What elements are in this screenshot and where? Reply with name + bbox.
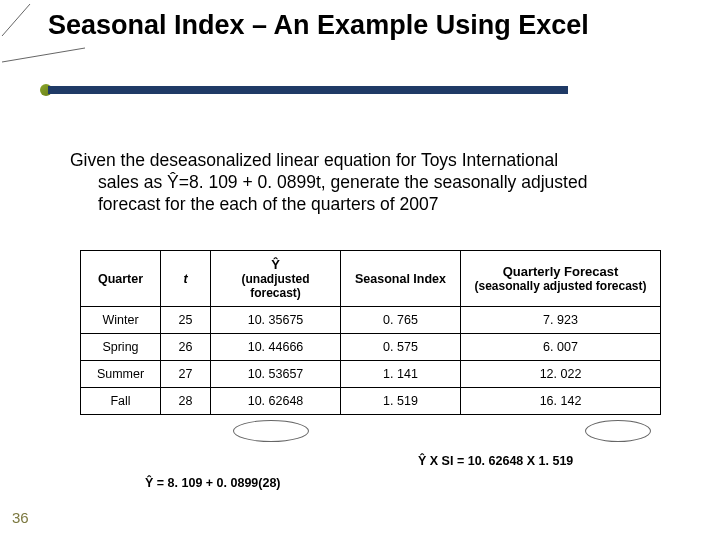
header-t-text: t xyxy=(183,272,187,286)
cell-t: 25 xyxy=(161,307,211,334)
cell-yhat: 10. 35675 xyxy=(211,307,341,334)
cell-si: 1. 519 xyxy=(341,388,461,415)
annotation-equation-yhat: Ŷ = 8. 109 + 0. 0899(28) xyxy=(145,476,281,490)
table-row: Summer 27 10. 53657 1. 141 12. 022 xyxy=(81,361,661,388)
cell-quarter: Winter xyxy=(81,307,161,334)
header-yhat-symbol: Ŷ xyxy=(215,257,336,272)
body-line-3: forecast for the each of the quarters of… xyxy=(98,194,680,216)
cell-yhat: 10. 62648 xyxy=(211,388,341,415)
cell-qf: 16. 142 xyxy=(461,388,661,415)
forecast-table-wrap: Quarter t Ŷ (unadjusted forecast) Season… xyxy=(80,250,660,415)
cell-qf: 12. 022 xyxy=(461,361,661,388)
cell-quarter: Spring xyxy=(81,334,161,361)
cell-yhat: 10. 53657 xyxy=(211,361,341,388)
cell-qf: 7. 923 xyxy=(461,307,661,334)
cell-si: 0. 765 xyxy=(341,307,461,334)
cell-yhat: 10. 44666 xyxy=(211,334,341,361)
slide-number: 36 xyxy=(12,509,29,526)
header-yhat-sub: (unadjusted forecast) xyxy=(215,272,336,300)
header-qf-top: Quarterly Forecast xyxy=(465,264,656,279)
body-paragraph: Given the deseasonalized linear equation… xyxy=(70,150,680,216)
cell-si: 0. 575 xyxy=(341,334,461,361)
title-underline xyxy=(48,86,568,94)
slide: Seasonal Index – An Example Using Excel … xyxy=(0,0,720,540)
body-line-2: sales as Ŷ=8. 109 + 0. 0899t, generate t… xyxy=(98,172,680,194)
header-t: t xyxy=(161,251,211,307)
callout-tail-icon xyxy=(0,44,720,72)
table-row: Fall 28 10. 62648 1. 519 16. 142 xyxy=(81,388,661,415)
header-qf-sub: (seasonally adjusted forecast) xyxy=(465,279,656,293)
table-row: Winter 25 10. 35675 0. 765 7. 923 xyxy=(81,307,661,334)
header-yhat: Ŷ (unadjusted forecast) xyxy=(211,251,341,307)
callout-oval-yhat xyxy=(233,420,309,442)
forecast-table: Quarter t Ŷ (unadjusted forecast) Season… xyxy=(80,250,661,415)
slide-title: Seasonal Index – An Example Using Excel xyxy=(48,10,668,41)
body-line-1: Given the deseasonalized linear equation… xyxy=(70,150,558,170)
table-header-row: Quarter t Ŷ (unadjusted forecast) Season… xyxy=(81,251,661,307)
cell-t: 28 xyxy=(161,388,211,415)
annotation-equation-product: Ŷ X SI = 10. 62648 X 1. 519 xyxy=(418,454,573,468)
cell-t: 26 xyxy=(161,334,211,361)
cell-quarter: Summer xyxy=(81,361,161,388)
table-row: Spring 26 10. 44666 0. 575 6. 007 xyxy=(81,334,661,361)
callout-oval-qf xyxy=(585,420,651,442)
cell-si: 1. 141 xyxy=(341,361,461,388)
cell-quarter: Fall xyxy=(81,388,161,415)
header-seasonal-index: Seasonal Index xyxy=(341,251,461,307)
cell-t: 27 xyxy=(161,361,211,388)
header-quarterly-forecast: Quarterly Forecast (seasonally adjusted … xyxy=(461,251,661,307)
cell-qf: 6. 007 xyxy=(461,334,661,361)
header-quarter: Quarter xyxy=(81,251,161,307)
